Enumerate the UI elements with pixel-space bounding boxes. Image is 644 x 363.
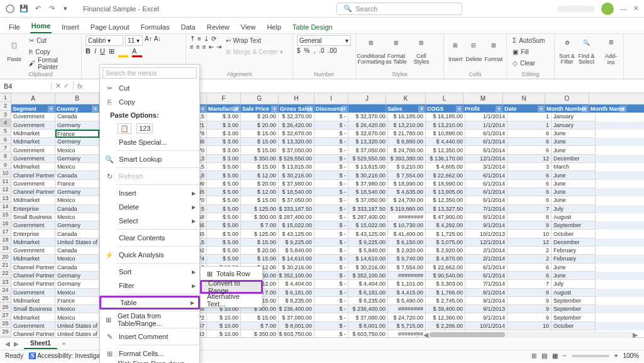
zoom-out-icon[interactable]: − — [563, 352, 567, 359]
dec-inc-icon[interactable]: .0 — [319, 47, 324, 54]
cell[interactable]: $ - — [314, 121, 348, 130]
row-header[interactable]: 1 — [0, 94, 11, 102]
cell[interactable]: $ 287,400.00 — [348, 213, 388, 221]
cell[interactable]: $ 6,181.00 — [279, 289, 314, 297]
cell[interactable]: 6/1/2014 — [465, 188, 508, 196]
context-item[interactable]: ✂Cut — [100, 81, 199, 95]
cell[interactable]: 6/1/2014 — [465, 138, 508, 146]
align-center-icon[interactable]: ≡ — [196, 43, 200, 50]
cell[interactable]: $ 5,715.00 — [388, 322, 426, 330]
cell[interactable]: 1 — [508, 121, 552, 130]
cell[interactable]: $ 3.00 — [207, 155, 241, 163]
cell[interactable]: 2 — [508, 255, 552, 263]
font-color-button[interactable]: A — [132, 47, 142, 57]
menu-view[interactable]: View — [240, 21, 257, 33]
clear-button[interactable]: ◇ Clear — [511, 58, 550, 69]
cell[interactable]: 6 — [508, 180, 552, 188]
cell[interactable]: $ 20.00 — [241, 180, 279, 188]
cell[interactable]: $ 1,725.00 — [426, 230, 465, 238]
cell[interactable]: $ - — [314, 155, 348, 163]
cell[interactable]: 6/1/2014 — [465, 171, 508, 179]
cell[interactable]: $ 22,662.00 — [426, 264, 465, 272]
font-size[interactable]: 11 ▾ — [125, 35, 143, 46]
decrease-font-icon[interactable]: A↓ — [154, 35, 162, 46]
cell[interactable]: $ 352,100.00 — [279, 272, 314, 280]
col-header[interactable]: N — [503, 93, 545, 104]
cell[interactable]: December — [552, 155, 596, 163]
wrap-text-button[interactable]: ↩ Wrap Text — [224, 35, 286, 46]
cell[interactable]: $ 12,350.00 — [426, 146, 465, 154]
cell[interactable]: $ 5.00 — [207, 230, 241, 238]
cell[interactable]: $ 1,101.00 — [388, 280, 426, 288]
cell[interactable]: $ 15,022.00 — [279, 221, 314, 230]
cell[interactable]: 6 — [508, 264, 552, 272]
cell[interactable]: $ 37,080.00 — [348, 313, 388, 321]
cell[interactable]: $ 16,185.00 — [426, 113, 465, 121]
sort-filter[interactable]: ⚙Sort & Filter — [558, 35, 575, 69]
cell[interactable]: $ - — [314, 196, 348, 204]
cell[interactable]: 10/1/2014 — [465, 322, 508, 330]
cell[interactable]: 2/1/2014 — [465, 247, 508, 255]
align-top-icon[interactable]: ⤒ — [190, 35, 195, 42]
table-header[interactable] — [348, 104, 386, 113]
paste-button[interactable]: 📋 Paste — [4, 35, 25, 69]
new-sheet-icon[interactable]: + — [57, 340, 71, 347]
col-header[interactable]: M — [464, 93, 503, 104]
cell[interactable]: 9 — [508, 221, 552, 230]
cell[interactable]: February — [552, 247, 596, 255]
cell[interactable]: March — [552, 163, 596, 171]
cell[interactable]: $ 603,750.00 — [348, 330, 388, 337]
zoom-in-icon[interactable]: + — [614, 352, 618, 359]
cell[interactable]: $ 300.00 — [241, 213, 279, 221]
cell[interactable]: $ 37,050.00 — [348, 196, 388, 204]
cell[interactable]: Government — [11, 221, 55, 230]
cell[interactable]: $ 15.00 — [241, 196, 279, 204]
cell[interactable]: $ - — [314, 113, 348, 121]
increase-font-icon[interactable]: A↑ — [145, 35, 152, 46]
cell[interactable]: 8/1/2014 — [465, 289, 508, 297]
cell[interactable]: Germany — [55, 155, 99, 163]
cell[interactable]: 12 — [508, 238, 552, 247]
cell[interactable]: Canada — [55, 230, 99, 238]
row-header[interactable]: 5 — [0, 127, 11, 135]
cell[interactable]: 8/1/2014 — [465, 213, 508, 221]
col-header[interactable]: H — [279, 93, 314, 104]
paste-values-icon[interactable]: 123 — [136, 123, 153, 133]
cell[interactable]: $ 5.00 — [207, 205, 241, 213]
cell[interactable]: $ 18,990.00 — [426, 180, 465, 188]
cell[interactable]: $ 13,210.00 — [426, 121, 465, 130]
copy-button[interactable]: ⎘ Copy — [27, 47, 77, 57]
cell[interactable]: $ 6,150.00 — [388, 238, 426, 247]
cell[interactable]: United States of A — [55, 330, 99, 337]
cell[interactable]: 6/1/2014 — [465, 130, 508, 138]
border-button[interactable]: ⊞ — [109, 47, 114, 57]
cell[interactable]: $ 350.00 — [241, 330, 279, 337]
menu-help[interactable]: Help — [265, 21, 282, 33]
cell[interactable]: Government — [11, 180, 55, 188]
cell[interactable]: $ 26,420.00 — [348, 121, 388, 130]
cell[interactable]: Channel Partners — [11, 272, 55, 280]
cell[interactable]: $ 18,540.00 — [279, 188, 314, 196]
indent-dec-icon[interactable]: ⇤ — [209, 43, 214, 50]
close-icon[interactable]: ✕ — [633, 4, 639, 13]
cell[interactable]: $ 3,303.00 — [426, 280, 465, 288]
cell[interactable]: $ 30,216.00 — [348, 264, 388, 272]
cell[interactable]: 1/1/2014 — [465, 121, 508, 130]
cell[interactable]: June — [552, 188, 596, 196]
cell[interactable]: January — [552, 113, 596, 121]
conditional-formatting[interactable]: ⊞Conditional Formatting — [360, 35, 382, 69]
cell[interactable]: Mexico — [55, 313, 99, 321]
col-header[interactable]: O — [545, 93, 589, 104]
row-header[interactable]: 3 — [0, 111, 11, 119]
cell[interactable]: July — [552, 205, 596, 213]
context-item[interactable]: Delete▶ — [100, 200, 199, 214]
context-item[interactable]: 🔍Smart Lookup — [100, 152, 199, 166]
cell[interactable]: United States of A — [55, 322, 99, 330]
table-header[interactable]: Segment▾ — [11, 104, 55, 113]
format-cells[interactable]: ⊞Format — [484, 35, 502, 69]
cell[interactable]: $ - — [314, 130, 348, 138]
cell[interactable]: $ 287,400.00 — [279, 213, 314, 221]
addins[interactable]: ⊞Add-ins — [602, 35, 619, 69]
cell[interactable]: Government — [11, 121, 55, 130]
cell[interactable]: $ 2,286.00 — [426, 322, 465, 330]
